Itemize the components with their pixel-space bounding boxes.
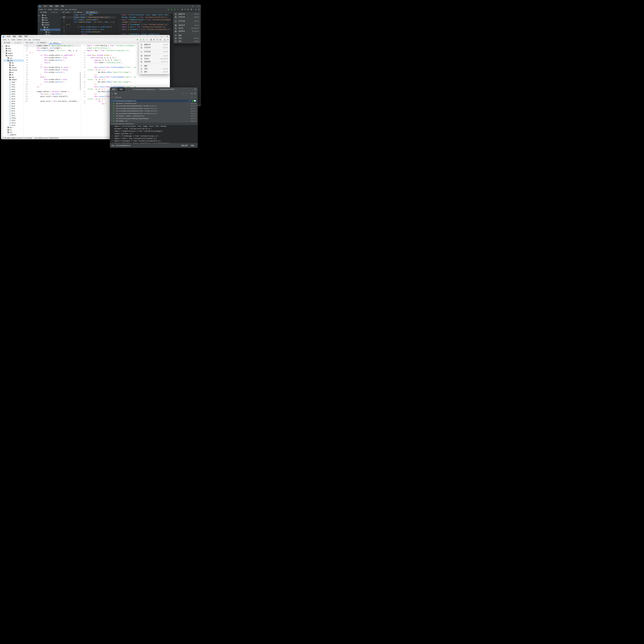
search-result-3[interactable]: this.connect(this.findViewByName("view")…: [110, 110, 198, 112]
panel-icon[interactable]: [38, 15, 40, 16]
refresh-icon[interactable]: [51, 11, 53, 13]
tree-item-runtime[interactable]: ⌄runtime: [4, 54, 24, 57]
breadcrumb-item[interactable]: core: [24, 39, 27, 40]
tree-expander[interactable]: ›: [6, 57, 7, 60]
replace-button[interactable]: 替换: [191, 145, 194, 147]
tree-item-ly0.js[interactable]: JSly0.js: [4, 107, 24, 110]
search-result-1[interactable]: this.connect(this.findViewByName("file")…: [110, 105, 198, 107]
tree-item-data[interactable]: ›data: [4, 47, 24, 50]
tree-item-ly3.js[interactable]: JSly3.js: [4, 114, 24, 117]
target-icon[interactable]: [53, 11, 55, 13]
tree-item-pub[interactable]: ›pub: [4, 76, 24, 79]
tree-item-bin[interactable]: ›bin: [40, 14, 61, 17]
gear-icon[interactable]: [167, 39, 169, 41]
user-icon[interactable]: [198, 9, 200, 10]
menu-item-11[interactable]: 退出Alt+F4: [139, 70, 170, 73]
lines-icon[interactable]: [2, 48, 3, 50]
menu-3[interactable]: 帮助: [60, 5, 65, 8]
tab-docm.js[interactable]: JSdocm.js×: [73, 11, 85, 14]
folder-icon[interactable]: [56, 11, 57, 13]
tree-expander[interactable]: ›: [6, 131, 7, 134]
tree-expander[interactable]: ⌄: [43, 29, 44, 31]
tree-item-doc[interactable]: ›doc: [4, 126, 24, 129]
tree-expander[interactable]: ›: [4, 50, 6, 52]
tree-expander[interactable]: ›: [8, 79, 9, 81]
tree-expander[interactable]: ⌄: [6, 60, 7, 62]
menu-item-6[interactable]: 另存为Ctrl+Sft+N: [139, 57, 170, 60]
tree-item-bin[interactable]: ›bin: [4, 45, 24, 47]
menu-item-5[interactable]: 保存文件Ctrl+S: [173, 24, 201, 27]
tree-item-api[interactable]: ›api: [40, 31, 61, 33]
tree-item-ly2.js[interactable]: JSly2.js: [4, 112, 24, 115]
tree-item-map.js[interactable]: JSmap.js: [4, 117, 24, 119]
breadcrumb-item[interactable]: E:: [45, 9, 46, 10]
menu-item-0[interactable]: 新建文件Ctrl+N: [173, 13, 201, 16]
tree-item-fonts[interactable]: ›fonts: [4, 50, 24, 52]
tree-expander[interactable]: ›: [8, 62, 9, 64]
search-lines-icon[interactable]: [184, 9, 186, 10]
close-button[interactable]: ✕: [167, 36, 168, 37]
bug-icon[interactable]: [143, 39, 145, 41]
search-result-2[interactable]: this.connect(this.findViewByName("edit")…: [110, 107, 198, 110]
breadcrumb-item[interactable]: xcode: [48, 9, 52, 10]
play-icon[interactable]: [137, 39, 138, 41]
tree-expander[interactable]: ›: [41, 19, 42, 22]
tree-expander[interactable]: ›: [8, 67, 9, 69]
menu-item-3[interactable]: 打开目录Ctrl+O: [139, 50, 170, 53]
tree-item-poc.js[interactable]: JSpoc.js: [4, 122, 24, 124]
play-icon[interactable]: [168, 9, 170, 10]
tab-close-icon[interactable]: ×: [34, 42, 35, 43]
tree-item-external[interactable]: ›external: [4, 69, 24, 71]
menu-1[interactable]: 编辑: [48, 5, 54, 8]
preview-editor[interactable]: 1import { DirectionLayout, View, Image, …: [110, 125, 198, 143]
device-icon[interactable]: [140, 39, 142, 41]
tree-item-.git[interactable]: ›.git: [4, 57, 24, 59]
maximize-button[interactable]: ▢: [192, 5, 193, 7]
tree-expander[interactable]: ›: [41, 14, 42, 17]
a-box-icon[interactable]: [181, 9, 183, 10]
breadcrumb-item[interactable]: app: [65, 9, 67, 10]
menu-0[interactable]: 文件: [6, 35, 11, 38]
tree-item-ext.js[interactable]: JSext.js: [4, 88, 24, 91]
tree-item-lex[interactable]: ›lex: [4, 71, 24, 74]
tree-expander[interactable]: ›: [8, 71, 9, 74]
folder-icon[interactable]: [19, 42, 21, 44]
tree-expander[interactable]: ›: [4, 48, 6, 50]
search-input[interactable]: [114, 92, 140, 95]
tree-item-la0.js[interactable]: JSla0.js: [4, 93, 24, 95]
tree-item-evt.js[interactable]: JSevt.js: [4, 86, 24, 88]
breadcrumb-item[interactable]: runtime: [54, 9, 58, 10]
tree-item-lad.js[interactable]: JSlad.js: [4, 102, 24, 105]
menu-item-6[interactable]: 另存为Ctrl+Sft+N: [173, 27, 201, 30]
tree-item-canvas[interactable]: ›canvas: [4, 66, 24, 69]
menu-item-1[interactable]: 打开文件Ctrl+O: [173, 16, 201, 19]
doc-search-icon[interactable]: [190, 9, 192, 10]
enter-icon[interactable]: [194, 97, 196, 98]
menu-item-5[interactable]: 保存文件Ctrl+S: [139, 54, 170, 57]
scrollbar[interactable]: [80, 72, 81, 90]
tab-docm.js[interactable]: JSdocm.js×: [36, 41, 49, 44]
tab-find[interactable]: 查找: [110, 87, 117, 91]
tree-expander[interactable]: ›: [41, 22, 42, 24]
menu-2[interactable]: 视图: [54, 5, 60, 8]
tree-item-ctx.js[interactable]: JSctx.js: [4, 83, 24, 86]
search-result-4[interactable]: this.connect(this.findViewByName("help")…: [110, 112, 198, 115]
tree-item-core[interactable]: ⌄core: [40, 29, 61, 31]
project-header[interactable]: xcode: [40, 11, 57, 14]
tab-close-icon[interactable]: ×: [96, 12, 97, 13]
menu-item-3[interactable]: 打开目录Ctrl+O: [173, 20, 201, 23]
breadcrumb-file[interactable]: JSmenu.js: [33, 39, 40, 40]
panel-icon[interactable]: [2, 45, 3, 47]
tree-expander[interactable]: ›: [4, 45, 6, 48]
tab-close-icon[interactable]: ×: [70, 12, 71, 13]
tree-item-lib[interactable]: ›lib: [4, 74, 24, 76]
menu-item-10[interactable]: 关闭Ctrl+W: [173, 37, 201, 40]
tree-expander[interactable]: ⌄: [4, 55, 6, 57]
menu-1[interactable]: 编辑: [11, 35, 17, 38]
tree-item-res[interactable]: ›res: [4, 129, 24, 131]
replace-input[interactable]: [115, 96, 141, 99]
tab-menu.js[interactable]: JSmenu.js×: [85, 11, 98, 14]
refresh-icon[interactable]: [15, 42, 16, 44]
tree-expander[interactable]: ›: [8, 64, 9, 67]
tree-expander[interactable]: ›: [6, 129, 7, 131]
